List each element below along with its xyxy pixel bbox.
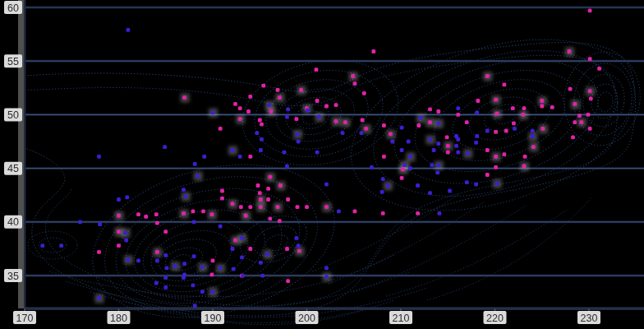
data-point bbox=[353, 209, 357, 213]
data-point bbox=[295, 117, 299, 121]
data-point bbox=[231, 202, 235, 206]
data-point bbox=[144, 215, 148, 219]
y-tick-label: 35 bbox=[7, 271, 19, 282]
data-point bbox=[268, 217, 272, 221]
data-point bbox=[408, 166, 412, 170]
data-point bbox=[573, 102, 577, 106]
data-point bbox=[550, 105, 554, 109]
data-point bbox=[353, 81, 357, 86]
data-point bbox=[588, 57, 592, 61]
data-point bbox=[266, 197, 270, 202]
data-point bbox=[465, 120, 469, 124]
data-point bbox=[446, 151, 450, 155]
data-point bbox=[494, 130, 498, 134]
data-point bbox=[155, 221, 159, 225]
data-point bbox=[232, 267, 236, 271]
data-point bbox=[193, 162, 197, 166]
data-point bbox=[360, 131, 364, 135]
data-point bbox=[466, 151, 470, 155]
data-point bbox=[504, 129, 508, 133]
y-axis-strip bbox=[18, 0, 24, 308]
data-point bbox=[588, 127, 592, 131]
data-point bbox=[117, 243, 121, 248]
data-point bbox=[182, 262, 186, 266]
data-point bbox=[579, 120, 583, 124]
data-point bbox=[220, 197, 224, 201]
data-point bbox=[276, 88, 280, 92]
data-point bbox=[400, 176, 404, 180]
data-point bbox=[305, 205, 309, 209]
data-point bbox=[386, 183, 390, 188]
data-point bbox=[485, 74, 490, 78]
data-point bbox=[163, 229, 168, 234]
data-point bbox=[182, 188, 186, 192]
data-point bbox=[233, 239, 237, 243]
data-point bbox=[390, 140, 394, 144]
data-point bbox=[97, 250, 101, 254]
data-point bbox=[163, 285, 168, 290]
data-point bbox=[278, 95, 282, 100]
data-point bbox=[259, 261, 263, 265]
data-point bbox=[432, 148, 436, 152]
data-point bbox=[456, 106, 460, 110]
data-point bbox=[201, 209, 205, 213]
data-point bbox=[124, 239, 128, 243]
data-point bbox=[182, 211, 186, 215]
x-tick-label: 210 bbox=[393, 313, 410, 324]
data-point bbox=[485, 129, 490, 133]
data-point bbox=[117, 197, 121, 202]
data-point bbox=[258, 191, 262, 195]
data-point bbox=[256, 183, 260, 188]
data-point bbox=[283, 151, 287, 155]
data-point bbox=[125, 196, 129, 200]
data-point bbox=[183, 194, 187, 198]
data-point bbox=[454, 144, 458, 148]
data-point bbox=[306, 109, 310, 113]
data-point bbox=[531, 145, 536, 149]
data-point bbox=[296, 205, 300, 209]
data-point bbox=[154, 281, 159, 285]
data-point bbox=[244, 214, 248, 218]
x-tick-label: 200 bbox=[298, 313, 315, 324]
data-point bbox=[268, 175, 272, 179]
data-point bbox=[285, 115, 289, 119]
data-point bbox=[211, 110, 215, 114]
data-point bbox=[531, 134, 535, 138]
data-point bbox=[240, 236, 244, 240]
data-point bbox=[381, 211, 385, 215]
data-point bbox=[297, 140, 301, 144]
data-point bbox=[485, 148, 490, 152]
data-point bbox=[278, 183, 283, 188]
data-point bbox=[155, 250, 159, 254]
data-point bbox=[258, 118, 262, 123]
data-point bbox=[541, 127, 545, 131]
data-point bbox=[267, 103, 271, 107]
data-point bbox=[97, 155, 101, 159]
data-point bbox=[163, 276, 168, 280]
data-point bbox=[573, 120, 577, 124]
data-point bbox=[343, 120, 347, 124]
data-point bbox=[435, 171, 439, 175]
data-point bbox=[503, 152, 507, 156]
data-point bbox=[196, 174, 200, 178]
data-point bbox=[200, 290, 205, 294]
data-point bbox=[231, 247, 235, 251]
data-point bbox=[238, 155, 242, 159]
data-point bbox=[361, 118, 365, 123]
data-point bbox=[240, 256, 244, 260]
data-point bbox=[210, 212, 214, 216]
data-point bbox=[362, 91, 366, 95]
data-point bbox=[126, 28, 131, 32]
data-point bbox=[40, 243, 44, 248]
data-point bbox=[191, 209, 196, 213]
data-point bbox=[260, 137, 264, 141]
data-point bbox=[446, 144, 450, 148]
data-point bbox=[324, 205, 329, 209]
y-tick-label: 40 bbox=[7, 216, 19, 228]
data-point bbox=[522, 106, 527, 110]
data-point bbox=[416, 211, 420, 215]
data-point bbox=[380, 190, 384, 194]
data-point bbox=[456, 113, 460, 117]
y-tick-label: 55 bbox=[7, 56, 19, 67]
data-point bbox=[59, 243, 63, 248]
